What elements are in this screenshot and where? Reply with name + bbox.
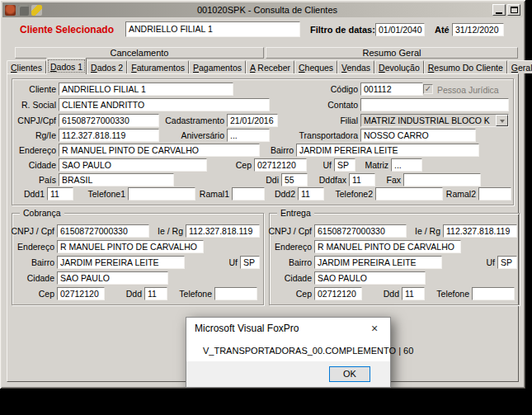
date-to-field[interactable]: 31/12/2020 bbox=[452, 23, 504, 36]
telefone1-label: Telefone1 bbox=[87, 189, 125, 199]
ddd2-label: Ddd2 bbox=[275, 189, 295, 199]
telefone2-label: Telefone2 bbox=[335, 189, 373, 199]
transportadora-field[interactable]: NOSSO CARRO bbox=[360, 129, 476, 142]
dialog-titlebar[interactable]: Microsoft Visual FoxPro × bbox=[186, 318, 390, 339]
entrega-cnpj-label: CNPJ / Cpf bbox=[268, 226, 312, 236]
resumo-geral-button[interactable]: Resumo Geral bbox=[266, 47, 518, 59]
filial-combo-value: MATRIZ INDUSTRIAL BLOCO K bbox=[361, 115, 496, 126]
cancelamento-button[interactable]: Cancelamento bbox=[15, 47, 264, 59]
cadastramento-field[interactable]: 21/01/2016 bbox=[227, 114, 278, 127]
entrega-uf-field[interactable]: SP bbox=[497, 256, 517, 269]
uf-field[interactable]: SP bbox=[334, 158, 355, 172]
foxpro-app-icon[interactable] bbox=[5, 5, 16, 16]
contato-field[interactable] bbox=[360, 98, 509, 111]
tab-clientes[interactable]: Clientes bbox=[7, 60, 46, 73]
entrega-telefone-field[interactable] bbox=[472, 287, 515, 300]
cobranca-ierg-label: Ie / Rg bbox=[158, 226, 183, 236]
foxpro-message-dialog: Microsoft Visual FoxPro × V_TRANSPORTADO… bbox=[186, 317, 391, 388]
tab-strip: Clientes Dados 1 Dados 2 Faturamentos Pa… bbox=[7, 58, 532, 74]
entrega-ddd-label: Ddd bbox=[384, 289, 399, 299]
dddfax-label: Dddfax bbox=[319, 175, 346, 185]
aniversario-label: Aniversário bbox=[181, 130, 224, 140]
tab-dados-2[interactable]: Dados 2 bbox=[87, 60, 127, 73]
tab-resumo-do-cliente[interactable]: Resumo Do Cliente bbox=[424, 60, 507, 73]
dropdown-button[interactable] bbox=[496, 115, 508, 126]
date-from-field[interactable]: 01/01/2040 bbox=[375, 23, 425, 36]
cobranca-cidade-field[interactable]: SAO PAULO bbox=[57, 271, 168, 285]
entrega-cidade-field[interactable]: SAO PAULO bbox=[314, 271, 426, 285]
tab-faturamentos[interactable]: Faturamentos bbox=[127, 60, 189, 73]
rsocial-field[interactable]: CLIENTE ANDRITTO bbox=[59, 98, 270, 111]
ramal1-label: Ramal1 bbox=[200, 189, 229, 199]
tab-cheques[interactable]: Cheques bbox=[294, 60, 337, 73]
cliente-field[interactable]: ANDRIELLO FILIAL 1 bbox=[59, 83, 233, 96]
wrench-icon[interactable] bbox=[31, 5, 42, 16]
cidade-field[interactable]: SAO PAULO bbox=[59, 158, 207, 172]
entrega-cnpj-field[interactable]: 61508727000330 bbox=[314, 224, 407, 238]
cnpj-field[interactable]: 61508727000330 bbox=[59, 114, 159, 127]
entrega-cep-field[interactable]: 02712120 bbox=[314, 287, 362, 300]
tab-dados-1[interactable]: Dados 1 bbox=[46, 58, 87, 74]
cobranca-endereco-field[interactable]: R MANUEL PINTO DE CARVALHO bbox=[57, 240, 204, 253]
cep-field[interactable]: 02712120 bbox=[254, 158, 307, 172]
cobranca-telefone-field[interactable] bbox=[214, 287, 257, 300]
ddd1-field[interactable]: 11 bbox=[47, 187, 73, 200]
dialog-message: V_TRANSPORTADORAS_00.COMPLEMENTO | 60 bbox=[203, 346, 413, 356]
paw-icon[interactable] bbox=[18, 5, 29, 16]
entrega-endereco-field[interactable]: R MANUEL PINTO DE CARVALHO bbox=[314, 240, 461, 253]
titlebar-icons bbox=[5, 5, 42, 16]
entrega-bairro-field[interactable]: JARDIM PEREIRA LEITE bbox=[314, 256, 442, 269]
tab-pagamentos[interactable]: Pagamentos bbox=[189, 60, 246, 73]
pessoa-juridica-checkbox[interactable]: ✓ bbox=[423, 84, 433, 94]
pais-field[interactable]: BRASIL bbox=[59, 173, 174, 186]
cobranca-cep-field[interactable]: 02712120 bbox=[57, 287, 105, 300]
tab-geral[interactable]: Geral bbox=[507, 60, 532, 73]
chevron-down-icon bbox=[500, 120, 505, 125]
telefone2-field[interactable] bbox=[375, 187, 443, 200]
ramal2-label: Ramal2 bbox=[446, 189, 476, 199]
until-label: Até bbox=[435, 25, 450, 35]
ddd2-field[interactable]: 11 bbox=[298, 187, 324, 200]
entrega-bairro-label: Bairro bbox=[289, 257, 312, 267]
dialog-close-button[interactable]: × bbox=[359, 318, 390, 339]
rgie-field[interactable]: 112.327.818.119 bbox=[59, 129, 159, 142]
tab-a-receber[interactable]: A Receber bbox=[246, 60, 294, 73]
cadastramento-label: Cadastramento bbox=[165, 116, 224, 125]
tab-devolucao[interactable]: Devolução bbox=[374, 60, 424, 73]
maximize-button[interactable] bbox=[507, 4, 520, 16]
fax-field[interactable] bbox=[403, 173, 481, 186]
cobranca-cnpj-field[interactable]: 61508727000330 bbox=[57, 224, 149, 238]
minimize-button[interactable] bbox=[492, 4, 506, 16]
entrega-ierg-field[interactable]: 112.327.818.119 bbox=[443, 224, 517, 238]
dddfax-field[interactable]: 11 bbox=[349, 173, 375, 186]
codigo-label: Código bbox=[331, 84, 358, 94]
bairro-field[interactable]: JARDIM PEREIRA LEITE bbox=[296, 144, 479, 157]
window-titlebar[interactable]: 001020SPK - Consulta de Clientes bbox=[2, 2, 523, 17]
entrega-ddd-field[interactable]: 11 bbox=[402, 287, 425, 300]
cobranca-group-title: Cobrança bbox=[20, 208, 64, 218]
selected-client-field[interactable]: ANDRIELLO FILIAL 1 bbox=[125, 21, 300, 37]
aniversario-field[interactable]: ... bbox=[227, 129, 270, 142]
minimize-icon bbox=[496, 12, 502, 14]
ok-button[interactable]: OK bbox=[329, 366, 370, 382]
cobranca-bairro-field[interactable]: JARDIM PEREIRA LEITE bbox=[57, 256, 185, 269]
cobranca-ierg-field[interactable]: 112.327.818.119 bbox=[186, 224, 260, 238]
cobranca-bairro-label: Bairro bbox=[31, 257, 54, 267]
ddi-field[interactable]: 55 bbox=[281, 173, 308, 186]
ramal2-field[interactable] bbox=[478, 187, 511, 200]
cnpj-label: CNPJ/Cpf bbox=[17, 116, 56, 125]
cobranca-endereco-label: Endereço bbox=[17, 242, 54, 252]
matriz-field[interactable]: ... bbox=[391, 158, 422, 172]
filial-combo[interactable]: MATRIZ INDUSTRIAL BLOCO K bbox=[360, 114, 509, 127]
entrega-uf-label: Uf bbox=[487, 257, 496, 267]
telefone1-field[interactable] bbox=[128, 187, 195, 200]
codigo-field[interactable]: 001112 bbox=[360, 83, 423, 96]
window-title: 001020SPK - Consulta de Clientes bbox=[42, 5, 492, 15]
check-icon: ✓ bbox=[425, 85, 431, 93]
cobranca-uf-field[interactable]: SP bbox=[240, 256, 260, 269]
ramal1-field[interactable] bbox=[232, 187, 265, 200]
endereco-field[interactable]: R MANUEL PINTO DE CARVALHO bbox=[59, 144, 260, 157]
tab-vendas[interactable]: Vendas bbox=[337, 60, 374, 73]
cobranca-ddd-field[interactable]: 11 bbox=[144, 287, 167, 300]
pessoa-juridica-label: Pessoa Jurídica bbox=[437, 85, 499, 95]
